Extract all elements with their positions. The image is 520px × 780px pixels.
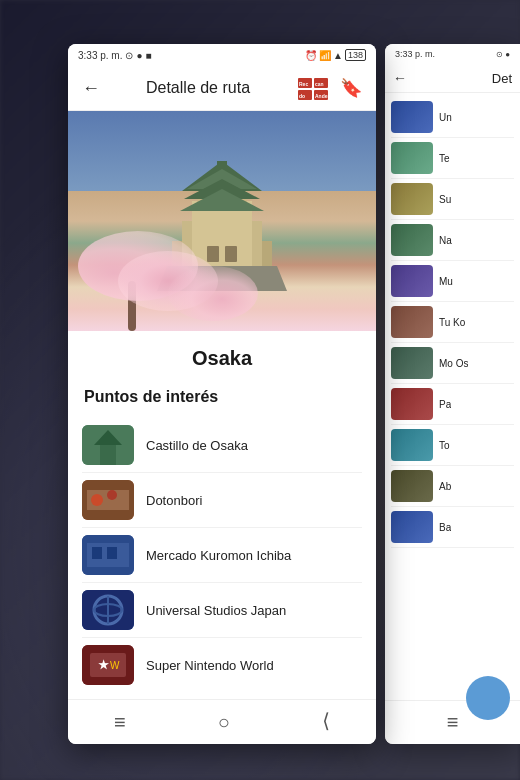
status-bar: 3:33 p. m. ⊙ ● ■ ⏰ 📶 ▲ 138 [68, 44, 376, 66]
right-label-7: Mo Os [439, 358, 468, 369]
poi-item-castillo[interactable]: Castillo de Osaka [82, 418, 362, 473]
status-square: ■ [146, 50, 152, 61]
poi-thumb-kuromon [82, 535, 134, 575]
svg-marker-18 [180, 189, 264, 211]
back-button-2[interactable]: ← [393, 70, 407, 86]
right-item-7[interactable]: Mo Os [391, 343, 514, 384]
nav-bar-2: ← Det [385, 64, 520, 93]
svg-rect-30 [107, 547, 117, 559]
status-signal: ▲ [333, 50, 343, 61]
svg-text:can: can [315, 81, 324, 87]
right-thumb-4 [391, 224, 433, 256]
svg-text:do: do [299, 93, 305, 99]
status-time: 3:33 p. m. [78, 50, 122, 61]
poi-item-nintendo[interactable]: ★ W Super Nintendo World [82, 638, 362, 689]
right-label-10: Ab [439, 481, 451, 492]
right-thumb-7 [391, 347, 433, 379]
right-item-2[interactable]: Te [391, 138, 514, 179]
second-phone-card: 3:33 p. m. ⊙ ● ← Det Un Te Su Na Mu [385, 44, 520, 744]
status-time-2: 3:33 p. m. [395, 49, 435, 59]
status-bar-right: ⏰ 📶 ▲ 138 [305, 49, 366, 61]
right-label-3: Su [439, 194, 451, 205]
svg-text:Andes: Andes [315, 93, 331, 99]
right-label-9: To [439, 440, 450, 451]
right-label-4: Na [439, 235, 452, 246]
poi-thumb-universal [82, 590, 134, 630]
hero-image [68, 111, 376, 331]
bookmark-button[interactable]: 🔖 [340, 77, 362, 99]
status-dot2: ● [136, 50, 142, 61]
right-item-6[interactable]: Tu Ko [391, 302, 514, 343]
status-icons-2: ⊙ ● [496, 50, 510, 59]
right-thumb-11 [391, 511, 433, 543]
right-thumb-5 [391, 265, 433, 297]
svg-rect-16 [217, 161, 227, 169]
world-text: World [240, 658, 274, 673]
right-item-1[interactable]: Un [391, 97, 514, 138]
svg-rect-11 [207, 246, 219, 262]
poi-section-title: Puntos de interés [68, 380, 376, 418]
right-item-9[interactable]: To [391, 425, 514, 466]
poi-name-kuromon: Mercado Kuromon Ichiba [146, 548, 291, 563]
status-battery: 138 [345, 49, 366, 61]
poi-name-nintendo: Super Nintendo World [146, 658, 274, 673]
right-thumb-2 [391, 142, 433, 174]
poi-name-dotonbori: Dotonbori [146, 493, 202, 508]
status-dot1: ⊙ [125, 50, 133, 61]
back-nav-icon[interactable]: ⟩ [322, 710, 330, 734]
right-label-2: Te [439, 153, 450, 164]
poi-thumb-dotonbori [82, 480, 134, 520]
right-item-4[interactable]: Na [391, 220, 514, 261]
nav-bar: ← Detalle de ruta Rec can do Andes 🔖 [68, 66, 376, 111]
city-title: Osaka [68, 331, 376, 380]
right-thumb-10 [391, 470, 433, 502]
status-bar-left: 3:33 p. m. ⊙ ● ■ [78, 50, 152, 61]
poi-item-kuromon[interactable]: Mercado Kuromon Ichiba [82, 528, 362, 583]
right-panel-list: Un Te Su Na Mu Tu Ko Mo Os Pa [385, 93, 520, 552]
fab-button[interactable] [466, 676, 510, 720]
svg-text:★: ★ [98, 658, 109, 672]
right-item-3[interactable]: Su [391, 179, 514, 220]
right-label-11: Ba [439, 522, 451, 533]
right-thumb-6 [391, 306, 433, 338]
status-bar-2: 3:33 p. m. ⊙ ● [385, 44, 520, 64]
right-item-10[interactable]: Ab [391, 466, 514, 507]
svg-rect-29 [92, 547, 102, 559]
right-label-1: Un [439, 112, 452, 123]
right-label-8: Pa [439, 399, 451, 410]
right-label-5: Mu [439, 276, 453, 287]
poi-name-castillo: Castillo de Osaka [146, 438, 248, 453]
right-thumb-3 [391, 183, 433, 215]
menu-icon[interactable]: ≡ [114, 711, 126, 734]
svg-point-25 [91, 494, 103, 506]
back-button[interactable]: ← [82, 78, 100, 99]
svg-rect-22 [100, 445, 116, 465]
right-item-5[interactable]: Mu [391, 261, 514, 302]
main-phone-card: 3:33 p. m. ⊙ ● ■ ⏰ 📶 ▲ 138 ← Detalle de … [68, 44, 376, 744]
poi-name-universal: Universal Studios Japan [146, 603, 286, 618]
svg-text:W: W [110, 660, 120, 671]
poi-thumb-castillo [82, 425, 134, 465]
svg-text:Rec: Rec [299, 81, 308, 87]
right-thumb-1 [391, 101, 433, 133]
bottom-nav: ≡ ○ ⟩ [68, 699, 376, 744]
status-alarm: ⏰ [305, 50, 317, 61]
nav-title-2: Det [492, 71, 512, 86]
menu-icon-2[interactable]: ≡ [447, 711, 459, 734]
right-item-11[interactable]: Ba [391, 507, 514, 548]
poi-item-universal[interactable]: Universal Studios Japan [82, 583, 362, 638]
svg-point-26 [107, 490, 117, 500]
right-label-6: Tu Ko [439, 317, 465, 328]
right-thumb-9 [391, 429, 433, 461]
right-thumb-8 [391, 388, 433, 420]
nav-title: Detalle de ruta [146, 79, 250, 97]
right-item-8[interactable]: Pa [391, 384, 514, 425]
poi-list: Castillo de Osaka Dotonbori [68, 418, 376, 689]
poi-thumb-nintendo: ★ W [82, 645, 134, 685]
poi-item-dotonbori[interactable]: Dotonbori [82, 473, 362, 528]
home-icon[interactable]: ○ [218, 711, 230, 734]
status-wifi: 📶 [319, 50, 331, 61]
nav-center: Detalle de ruta [146, 79, 250, 97]
app-logo: Rec can do Andes [296, 74, 332, 102]
content-area: Osaka Puntos de interés Castillo de Osak… [68, 331, 376, 689]
